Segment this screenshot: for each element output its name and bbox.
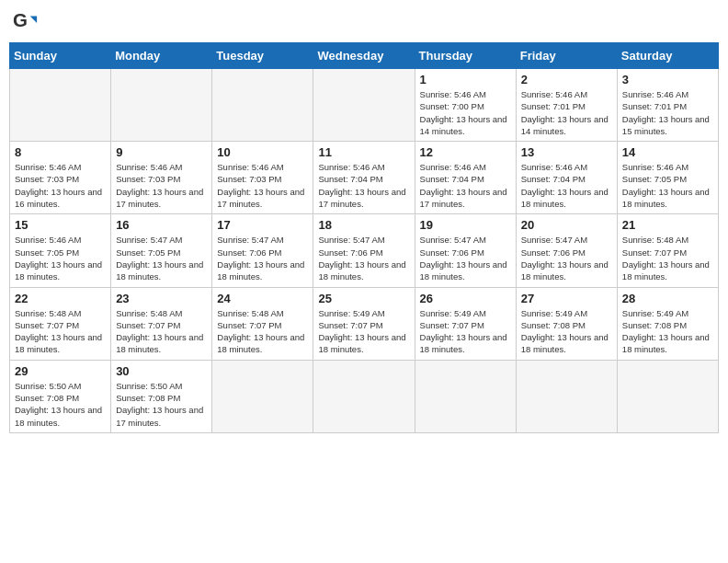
day-info: Sunrise: 5:50 AM Sunset: 7:08 PM Dayligh…	[15, 380, 106, 429]
calendar-day-cell: 25 Sunrise: 5:49 AM Sunset: 7:07 PM Dayl…	[313, 287, 415, 360]
calendar-table: SundayMondayTuesdayWednesdayThursdayFrid…	[9, 42, 719, 433]
calendar-day-cell: 16 Sunrise: 5:47 AM Sunset: 7:05 PM Dayl…	[111, 214, 212, 287]
day-number: 13	[521, 145, 612, 159]
day-number: 18	[318, 218, 409, 232]
day-of-week-header: Tuesday	[212, 43, 313, 69]
day-info: Sunrise: 5:47 AM Sunset: 7:06 PM Dayligh…	[318, 234, 409, 282]
day-info: Sunrise: 5:50 AM Sunset: 7:08 PM Dayligh…	[116, 380, 207, 429]
calendar-day-cell: 1 Sunrise: 5:46 AM Sunset: 7:00 PM Dayli…	[415, 69, 516, 142]
day-info: Sunrise: 5:46 AM Sunset: 7:01 PM Dayligh…	[622, 88, 713, 137]
day-of-week-header: Saturday	[617, 43, 718, 69]
calendar-day-cell: 3 Sunrise: 5:46 AM Sunset: 7:01 PM Dayli…	[617, 69, 718, 142]
day-of-week-header: Monday	[111, 43, 212, 69]
calendar-day-cell: 14 Sunrise: 5:46 AM Sunset: 7:05 PM Dayl…	[617, 142, 718, 214]
day-info: Sunrise: 5:46 AM Sunset: 7:04 PM Dayligh…	[521, 161, 612, 210]
calendar-day-cell: 12 Sunrise: 5:46 AM Sunset: 7:04 PM Dayl…	[415, 142, 516, 214]
calendar-day-cell	[212, 360, 313, 432]
day-info: Sunrise: 5:48 AM Sunset: 7:07 PM Dayligh…	[15, 307, 106, 356]
calendar-day-cell: 9 Sunrise: 5:46 AM Sunset: 7:03 PM Dayli…	[111, 142, 212, 214]
calendar-week-row: 15 Sunrise: 5:46 AM Sunset: 7:05 PM Dayl…	[10, 214, 719, 287]
calendar-day-cell: 22 Sunrise: 5:48 AM Sunset: 7:07 PM Dayl…	[10, 287, 111, 360]
day-number: 19	[420, 218, 511, 232]
calendar-week-row: 29 Sunrise: 5:50 AM Sunset: 7:08 PM Dayl…	[10, 360, 719, 432]
calendar-day-cell: 29 Sunrise: 5:50 AM Sunset: 7:08 PM Dayl…	[10, 360, 111, 432]
calendar-day-cell	[617, 360, 718, 432]
page-header: G	[9, 9, 719, 35]
day-info: Sunrise: 5:46 AM Sunset: 7:03 PM Dayligh…	[116, 161, 207, 210]
day-number: 21	[622, 218, 713, 232]
day-info: Sunrise: 5:48 AM Sunset: 7:07 PM Dayligh…	[622, 234, 713, 282]
day-info: Sunrise: 5:48 AM Sunset: 7:07 PM Dayligh…	[116, 307, 207, 356]
day-info: Sunrise: 5:46 AM Sunset: 7:04 PM Dayligh…	[318, 161, 409, 210]
day-number: 29	[15, 364, 106, 378]
day-number: 28	[622, 292, 713, 305]
calendar-day-cell: 21 Sunrise: 5:48 AM Sunset: 7:07 PM Dayl…	[617, 214, 718, 287]
calendar-day-cell: 30 Sunrise: 5:50 AM Sunset: 7:08 PM Dayl…	[111, 360, 212, 432]
day-number: 22	[15, 292, 106, 305]
day-number: 15	[15, 218, 106, 232]
calendar-day-cell	[10, 69, 111, 142]
calendar-day-cell	[415, 360, 516, 432]
day-number: 14	[622, 145, 713, 159]
calendar-day-cell	[313, 69, 415, 142]
calendar-day-cell: 13 Sunrise: 5:46 AM Sunset: 7:04 PM Dayl…	[516, 142, 617, 214]
day-number: 10	[217, 145, 308, 159]
day-number: 30	[116, 364, 207, 378]
calendar-header-row: SundayMondayTuesdayWednesdayThursdayFrid…	[10, 43, 719, 69]
calendar-day-cell: 2 Sunrise: 5:46 AM Sunset: 7:01 PM Dayli…	[516, 69, 617, 142]
calendar-week-row: 8 Sunrise: 5:46 AM Sunset: 7:03 PM Dayli…	[10, 142, 719, 214]
day-info: Sunrise: 5:49 AM Sunset: 7:08 PM Dayligh…	[622, 307, 713, 356]
day-number: 16	[116, 218, 207, 232]
calendar-day-cell: 19 Sunrise: 5:47 AM Sunset: 7:06 PM Dayl…	[415, 214, 516, 287]
day-number: 2	[521, 73, 612, 86]
day-number: 23	[116, 292, 207, 305]
day-info: Sunrise: 5:49 AM Sunset: 7:07 PM Dayligh…	[420, 307, 511, 356]
day-info: Sunrise: 5:46 AM Sunset: 7:01 PM Dayligh…	[521, 88, 612, 137]
day-of-week-header: Thursday	[415, 43, 516, 69]
day-of-week-header: Sunday	[10, 43, 111, 69]
svg-marker-1	[30, 16, 37, 22]
calendar-day-cell	[111, 69, 212, 142]
calendar-day-cell: 24 Sunrise: 5:48 AM Sunset: 7:07 PM Dayl…	[212, 287, 313, 360]
day-number: 26	[420, 292, 511, 305]
calendar-day-cell: 26 Sunrise: 5:49 AM Sunset: 7:07 PM Dayl…	[415, 287, 516, 360]
day-number: 1	[420, 73, 511, 86]
calendar-day-cell: 28 Sunrise: 5:49 AM Sunset: 7:08 PM Dayl…	[617, 287, 718, 360]
calendar-day-cell: 17 Sunrise: 5:47 AM Sunset: 7:06 PM Dayl…	[212, 214, 313, 287]
calendar-day-cell: 8 Sunrise: 5:46 AM Sunset: 7:03 PM Dayli…	[10, 142, 111, 214]
day-number: 24	[217, 292, 308, 305]
day-number: 20	[521, 218, 612, 232]
logo-icon: G	[13, 9, 39, 35]
day-info: Sunrise: 5:47 AM Sunset: 7:06 PM Dayligh…	[217, 234, 308, 282]
day-number: 9	[116, 145, 207, 159]
day-number: 11	[318, 145, 409, 159]
day-info: Sunrise: 5:47 AM Sunset: 7:06 PM Dayligh…	[521, 234, 612, 282]
calendar-day-cell	[313, 360, 415, 432]
day-info: Sunrise: 5:46 AM Sunset: 7:03 PM Dayligh…	[217, 161, 308, 210]
day-number: 12	[420, 145, 511, 159]
day-info: Sunrise: 5:46 AM Sunset: 7:03 PM Dayligh…	[15, 161, 106, 210]
day-number: 27	[521, 292, 612, 305]
day-info: Sunrise: 5:49 AM Sunset: 7:08 PM Dayligh…	[521, 307, 612, 356]
calendar-day-cell	[212, 69, 313, 142]
day-number: 25	[318, 292, 409, 305]
calendar-day-cell	[516, 360, 617, 432]
day-number: 8	[15, 145, 106, 159]
calendar-day-cell: 23 Sunrise: 5:48 AM Sunset: 7:07 PM Dayl…	[111, 287, 212, 360]
calendar-day-cell: 11 Sunrise: 5:46 AM Sunset: 7:04 PM Dayl…	[313, 142, 415, 214]
day-info: Sunrise: 5:46 AM Sunset: 7:05 PM Dayligh…	[15, 234, 106, 282]
day-of-week-header: Friday	[516, 43, 617, 69]
day-number: 17	[217, 218, 308, 232]
svg-text:G: G	[13, 9, 28, 30]
logo: G	[13, 9, 42, 35]
day-info: Sunrise: 5:47 AM Sunset: 7:05 PM Dayligh…	[116, 234, 207, 282]
calendar-week-row: 1 Sunrise: 5:46 AM Sunset: 7:00 PM Dayli…	[10, 69, 719, 142]
day-of-week-header: Wednesday	[313, 43, 415, 69]
calendar-day-cell: 15 Sunrise: 5:46 AM Sunset: 7:05 PM Dayl…	[10, 214, 111, 287]
calendar-week-row: 22 Sunrise: 5:48 AM Sunset: 7:07 PM Dayl…	[10, 287, 719, 360]
day-info: Sunrise: 5:46 AM Sunset: 7:00 PM Dayligh…	[420, 88, 511, 137]
day-info: Sunrise: 5:47 AM Sunset: 7:06 PM Dayligh…	[420, 234, 511, 282]
calendar-day-cell: 10 Sunrise: 5:46 AM Sunset: 7:03 PM Dayl…	[212, 142, 313, 214]
calendar-day-cell: 20 Sunrise: 5:47 AM Sunset: 7:06 PM Dayl…	[516, 214, 617, 287]
day-info: Sunrise: 5:48 AM Sunset: 7:07 PM Dayligh…	[217, 307, 308, 356]
